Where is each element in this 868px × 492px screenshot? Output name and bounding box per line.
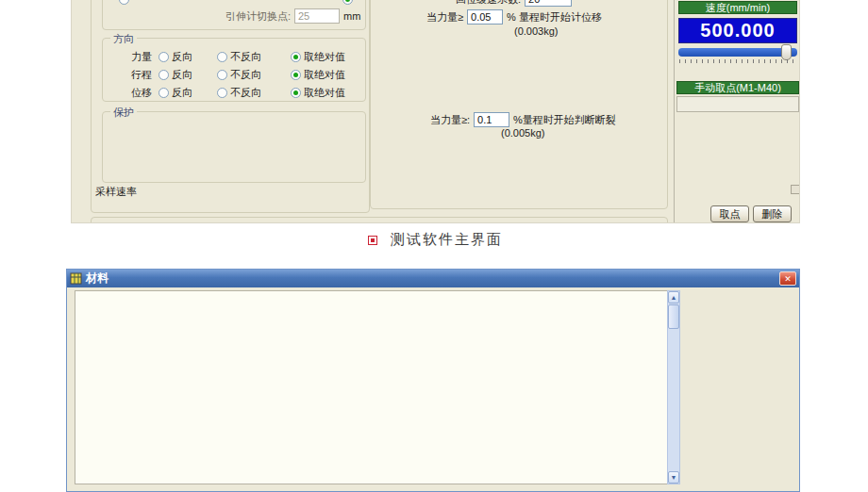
caption-text: 测试软件主界面 — [391, 231, 503, 247]
break-start-row: 当力量≥: 0.1 %量程时开始判断断裂 — [430, 112, 616, 127]
return-coef-label: 回位缓速系数: — [456, 0, 521, 7]
speed-slider-track[interactable] — [678, 48, 797, 57]
disp-start-input[interactable]: 0.05 — [467, 9, 503, 25]
disp-start-row: 当力量≥ 0.05 % 量程时开始计位移 — [426, 9, 602, 25]
protection-group: 保护 — [102, 111, 366, 183]
direction-group-title: 方向 — [110, 32, 137, 46]
protection-group-title: 保护 — [110, 106, 137, 120]
point-table-scroll-button[interactable] — [791, 185, 800, 194]
scroll-up-button[interactable]: ▲ — [668, 291, 679, 303]
radio-option-label: 不反向 — [230, 68, 261, 82]
sampling-label: 采样速率 — [95, 185, 141, 199]
material-titlebar[interactable]: 材料 ✕ — [67, 270, 799, 287]
radio-button[interactable] — [217, 52, 227, 62]
material-window: 材料 ✕ ▲ ▼ — [66, 269, 800, 492]
radio-option[interactable]: 取绝对值 — [291, 50, 345, 64]
return-coef-input[interactable]: 20 — [525, 0, 572, 7]
next-section-border — [91, 217, 668, 223]
disp-start-prefix: 当力量≥ — [426, 10, 463, 25]
scroll-thumb[interactable] — [668, 304, 679, 329]
direction-row-label: 位移 — [131, 86, 159, 100]
radio-button[interactable] — [159, 52, 169, 62]
direction-row: 位移反向不反向取绝对值 — [131, 84, 365, 102]
material-table — [75, 290, 668, 484]
radio-option-label: 反向 — [172, 50, 192, 64]
break-start-suffix: %量程时开始判断断裂 — [513, 113, 616, 127]
radio-button[interactable] — [159, 70, 169, 80]
radio-option[interactable]: 反向 — [159, 86, 217, 100]
slider-ticks — [679, 59, 796, 63]
radio-button[interactable] — [291, 70, 301, 80]
radio-option[interactable]: 不反向 — [217, 86, 291, 100]
radio-option[interactable]: 不反向 — [217, 68, 291, 82]
break-start-prefix: 当力量≥: — [430, 113, 470, 127]
direction-row: 行程反向不反向取绝对值 — [131, 66, 365, 84]
scroll-down-button[interactable]: ▼ — [668, 471, 679, 484]
material-window-icon — [70, 272, 82, 285]
disp-start-suffix: % 量程时开始计位移 — [507, 10, 602, 25]
radio-button[interactable] — [217, 88, 227, 98]
radio-option[interactable]: 反向 — [159, 50, 217, 64]
speed-header: 速度(mm/min) — [678, 1, 797, 14]
return-coef-row: 回位缓速系数: 20 — [456, 0, 572, 7]
radio-option-label: 反向 — [172, 86, 192, 100]
extensometer-group: 引伸计切换点: 25 mm — [102, 0, 366, 30]
radio-option-label: 反向 — [172, 68, 192, 82]
disp-start-note: (0.003kg) — [514, 25, 558, 37]
close-button[interactable]: ✕ — [779, 271, 796, 286]
radio-option-label: 取绝对值 — [304, 86, 345, 100]
direction-row: 力量反向不反向取绝对值 — [131, 48, 365, 66]
radio-option-label: 不反向 — [230, 86, 261, 100]
break-start-input[interactable]: 0.1 — [474, 112, 509, 127]
break-start-note: (0.005kg) — [501, 127, 544, 139]
material-table-scrollbar[interactable]: ▲ ▼ — [667, 290, 680, 484]
manual-points-header: 手动取点(M1-M40) — [676, 81, 799, 94]
delete-point-button[interactable]: 删除 — [753, 205, 792, 222]
radio-button[interactable] — [217, 70, 227, 80]
radio-option-label: 取绝对值 — [304, 50, 345, 64]
speed-slider-thumb[interactable] — [781, 44, 792, 60]
direction-group: 方向 力量反向不反向取绝对值行程反向不反向取绝对值位移反向不反向取绝对值 — [102, 38, 366, 102]
extenso-input[interactable]: 25 — [294, 8, 340, 24]
radio-button[interactable] — [291, 88, 301, 98]
window-title: 材料 — [86, 271, 108, 287]
radio-button[interactable] — [291, 52, 301, 62]
page: 引伸计切换点: 25 mm 方向 力量反向不反向取绝对值行程反向不反向取绝对值位… — [0, 0, 868, 492]
sampling-row: 采样速率 — [95, 185, 141, 199]
caption-row: 测试软件主界面 — [71, 231, 800, 249]
radio-option[interactable]: 取绝对值 — [291, 68, 345, 82]
radio-option[interactable]: 反向 — [159, 68, 217, 82]
speed-display: 500.000 — [678, 18, 797, 43]
radio-option-label: 不反向 — [230, 50, 261, 64]
extenso-label: 引伸计切换点: — [155, 9, 291, 24]
point-table — [676, 96, 799, 112]
radio-option[interactable]: 不反向 — [217, 50, 291, 64]
take-point-button[interactable]: 取点 — [710, 205, 749, 222]
test-software-panel: 引伸计切换点: 25 mm 方向 力量反向不反向取绝对值行程反向不反向取绝对值位… — [71, 0, 800, 223]
radio-option-label: 取绝对值 — [304, 68, 345, 82]
extenso-unit: mm — [343, 10, 360, 22]
caption-bullet-icon — [368, 236, 377, 245]
direction-row-label: 力量 — [131, 50, 159, 64]
direction-row-label: 行程 — [131, 68, 159, 82]
radio-option[interactable]: 取绝对值 — [291, 86, 345, 100]
radio-button[interactable] — [159, 88, 169, 98]
